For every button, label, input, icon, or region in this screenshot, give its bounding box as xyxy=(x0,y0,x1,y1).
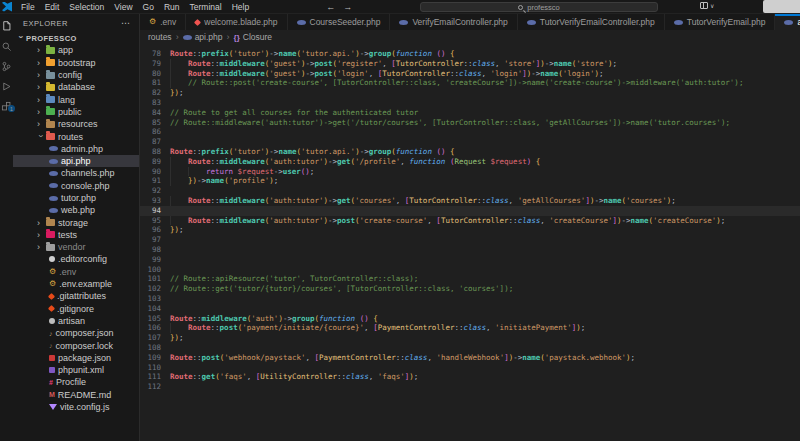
code-line[interactable]: 108 xyxy=(140,343,800,353)
code-line[interactable]: 78Route::prefix('tutor')->name('tutor.ap… xyxy=(140,49,800,59)
tab-tutorverifyemail-php[interactable]: TutorVerifyEmail.php xyxy=(665,14,776,30)
explorer-item-composer-json[interactable]: ♪composer.json xyxy=(13,327,139,339)
more-actions-icon[interactable]: ⋯ xyxy=(121,18,131,28)
code-line[interactable]: 100 xyxy=(140,265,800,275)
line-text: return $request->user(); xyxy=(170,167,800,177)
explorer-item--editorconfig[interactable]: .editorconfig xyxy=(13,253,139,265)
explorer-item-label: package.json xyxy=(58,353,111,363)
explorer-item-composer-lock[interactable]: ♪composer.lock xyxy=(13,339,139,351)
explorer-item-tests[interactable]: ›tests xyxy=(13,229,139,241)
explorer-item-app[interactable]: ›app xyxy=(13,44,139,56)
explorer-item-artisan[interactable]: artisan xyxy=(13,315,139,327)
code-line[interactable]: 87 xyxy=(140,137,800,147)
code-line[interactable]: 90return $request->user(); xyxy=(140,167,800,177)
explorer-item-procfile[interactable]: #Procfile xyxy=(13,376,139,388)
code-line[interactable]: 107}); xyxy=(140,333,800,343)
code-editor[interactable]: 78Route::prefix('tutor')->name('tutor.ap… xyxy=(140,44,800,441)
explorer-item-resources[interactable]: ›resources xyxy=(13,118,139,130)
explorer-item--env[interactable]: ⚙.env xyxy=(13,266,139,278)
tab-tutorverifyemailcontroller-php[interactable]: TutorVerifyEmailController.php xyxy=(518,14,665,30)
code-line[interactable]: 93Route::middleware('auth:tutor')->get('… xyxy=(140,196,800,206)
explorer-item-tutor-php[interactable]: tutor.php xyxy=(13,192,139,204)
extensions-icon[interactable]: 1 xyxy=(1,98,12,109)
menu-item-selection[interactable]: Selection xyxy=(64,2,109,12)
code-line[interactable]: 110 xyxy=(140,363,800,373)
explorer-item--gitattributes[interactable]: .gitattributes xyxy=(13,290,139,302)
explorer-item-console-php[interactable]: console.php xyxy=(13,180,139,192)
explorer-item-label: .gitignore xyxy=(57,304,94,314)
explorer-item-vendor[interactable]: ›vendor xyxy=(13,241,139,253)
code-line[interactable]: 91})->name('profile'); xyxy=(140,176,800,186)
code-line[interactable]: 96}); xyxy=(140,225,800,235)
menu-item-file[interactable]: File xyxy=(16,2,40,12)
explorer-item-bootstrap[interactable]: ›bootstrap xyxy=(13,57,139,69)
code-line[interactable]: 104 xyxy=(140,304,800,314)
explorer-item-routes[interactable]: ›routes xyxy=(13,130,139,142)
code-line[interactable]: 103 xyxy=(140,294,800,304)
code-line[interactable]: 89Route::middleware('auth:tutor')->get('… xyxy=(140,157,800,167)
code-line[interactable]: 97 xyxy=(140,235,800,245)
explorer-item-readme-md[interactable]: MREADME.md xyxy=(13,389,139,401)
code-line[interactable]: 79Route::middleware('guest')->post('regi… xyxy=(140,59,800,69)
code-line[interactable]: 92 xyxy=(140,186,800,196)
code-line[interactable]: 84// Route to get all courses for the au… xyxy=(140,108,800,118)
explorer-item-api-php[interactable]: api.php xyxy=(13,155,139,167)
code-line[interactable]: 109Route::post('webhook/paystack', [Paym… xyxy=(140,353,800,363)
code-line[interactable]: 99 xyxy=(140,255,800,265)
explorer-item-database[interactable]: ›database xyxy=(13,81,139,93)
menu-item-terminal[interactable]: Terminal xyxy=(185,2,227,12)
code-line[interactable]: 81// Route::post('create-course', [Tutor… xyxy=(140,78,800,88)
menu-item-help[interactable]: Help xyxy=(227,2,254,12)
explorer-item-public[interactable]: ›public xyxy=(13,106,139,118)
breadcrumb-item-closure[interactable]: {}Closure xyxy=(234,32,273,42)
code-line[interactable]: 102// Route::get('tutor/{tutor}/courses'… xyxy=(140,284,800,294)
menu-item-edit[interactable]: Edit xyxy=(40,2,65,12)
code-line[interactable]: 82}); xyxy=(140,88,800,98)
search-sidebar-icon[interactable] xyxy=(1,38,12,49)
code-line[interactable]: 101// Route::apiResource('tutor', TutorC… xyxy=(140,274,800,284)
run-debug-icon[interactable] xyxy=(1,78,12,89)
code-line[interactable]: 98 xyxy=(140,245,800,255)
file-icon: ♪ xyxy=(49,330,53,337)
explorer-item--env-example[interactable]: ⚙.env.example xyxy=(13,278,139,290)
explorer-item-web-php[interactable]: web.php xyxy=(13,204,139,216)
command-center-search[interactable]: professco xyxy=(420,2,658,12)
file-icon: # xyxy=(49,379,53,386)
menu-item-view[interactable]: View xyxy=(109,2,137,12)
explorer-root-item[interactable]: ›PROFESSCO xyxy=(13,32,139,44)
explorer-item-admin-php[interactable]: admin.php xyxy=(13,143,139,155)
explorer-item-package-json[interactable]: package.json xyxy=(13,352,139,364)
code-line[interactable]: 80Route::middleware('guest')->post('logi… xyxy=(140,69,800,79)
nav-back-icon[interactable]: ← xyxy=(326,2,335,12)
tab-welcome-blade-php[interactable]: welcome.blade.php xyxy=(186,14,287,30)
menu-item-run[interactable]: Run xyxy=(159,2,185,12)
code-line[interactable]: 88Route::prefix('tutor')->name('tutor.ap… xyxy=(140,147,800,157)
explorer-item-channels-php[interactable]: channels.php xyxy=(13,167,139,179)
tab-courseseeder-php[interactable]: CourseSeeder.php xyxy=(288,14,391,30)
tab-api-php[interactable]: api.php× xyxy=(775,14,800,30)
tab-verifyemailcontroller-php[interactable]: VerifyEmailController.php xyxy=(390,14,517,30)
explorer-item-lang[interactable]: ›lang xyxy=(13,93,139,105)
breadcrumb-item-api-php[interactable]: api.php xyxy=(183,32,223,42)
code-line[interactable]: 85// Route::middleware('auth:tutor')->ge… xyxy=(140,118,800,128)
explorer-icon[interactable] xyxy=(1,18,12,29)
explorer-item-phpunit-xml[interactable]: phpunit.xml xyxy=(13,364,139,376)
menu-item-go[interactable]: Go xyxy=(138,2,159,12)
code-line[interactable]: 94 xyxy=(140,206,800,216)
code-line[interactable]: 95Route::middleware('auth:tutor')->post(… xyxy=(140,216,800,226)
explorer-item-config[interactable]: ›config xyxy=(13,69,139,81)
code-line[interactable]: 112 xyxy=(140,382,800,392)
code-line[interactable]: 111Route::get('faqs', [UtilityController… xyxy=(140,372,800,382)
code-line[interactable]: 105Route::middleware('auth')->group(func… xyxy=(140,314,800,324)
code-line[interactable]: 106Route::post('payment/initiate/{course… xyxy=(140,323,800,333)
tab--env[interactable]: ⚙.env xyxy=(140,14,186,30)
source-control-icon[interactable] xyxy=(1,58,12,69)
explorer-item-vite-config-js[interactable]: vite.config.js xyxy=(13,401,139,413)
layout-controls[interactable]: ∨ xyxy=(700,2,714,9)
explorer-item--gitignore[interactable]: .gitignore xyxy=(13,303,139,315)
code-line[interactable]: 83 xyxy=(140,98,800,108)
nav-forward-icon[interactable]: → xyxy=(343,2,352,12)
code-line[interactable]: 86 xyxy=(140,127,800,137)
explorer-item-storage[interactable]: ›storage xyxy=(13,216,139,228)
breadcrumb-item-routes[interactable]: routes xyxy=(148,32,172,42)
